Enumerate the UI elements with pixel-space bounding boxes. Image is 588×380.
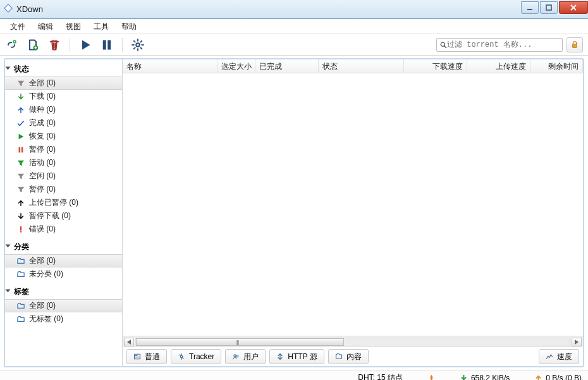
sidebar-status-item-label: 做种 (0): [29, 104, 56, 115]
svg-rect-12: [19, 147, 21, 152]
start-button[interactable]: [79, 39, 92, 51]
bang-icon: [16, 225, 25, 234]
add-link-button[interactable]: [5, 39, 18, 51]
svg-point-14: [20, 231, 21, 232]
detail-tab-bar: 普通 Tracker 用户 HTTP 源 内容 速度: [123, 347, 583, 366]
menu-tools[interactable]: 工具: [87, 19, 115, 34]
sidebar-tags-header[interactable]: 标签: [5, 285, 122, 299]
sidebar-status-item[interactable]: 错误 (0): [5, 223, 122, 236]
titlebar-left: XDown: [4, 4, 43, 15]
pause-button[interactable]: [101, 39, 113, 51]
sidebar-status-item[interactable]: 全部 (0): [5, 77, 122, 90]
sidebar-tags-item[interactable]: 无标签 (0): [5, 312, 122, 326]
detail-tab-peers[interactable]: 用户: [225, 349, 266, 364]
svg-rect-10: [573, 44, 577, 47]
delete-button[interactable]: [48, 39, 61, 51]
folder-icon: [16, 270, 25, 279]
play-icon: [16, 132, 25, 141]
svg-point-20: [236, 355, 238, 357]
detail-tab-general[interactable]: 普通: [126, 349, 167, 364]
detail-tab-content-label: 内容: [346, 352, 362, 362]
sidebar: 状态 全部 (0)下载 (0)做种 (0)完成 (0)恢复 (0)暂停 (0)活…: [5, 59, 123, 366]
sidebar-status-item[interactable]: 恢复 (0): [5, 130, 122, 143]
sidebar-tags-item-label: 全部 (0): [29, 300, 56, 311]
menu-view[interactable]: 视图: [59, 19, 87, 34]
col-dlspeed[interactable]: 下载速度: [404, 59, 467, 73]
funnel-icon: [16, 159, 25, 168]
menu-edit[interactable]: 编辑: [32, 19, 59, 34]
sidebar-status-item[interactable]: 做种 (0): [5, 103, 122, 116]
folder-icon: [16, 257, 25, 266]
detail-tab-peers-label: 用户: [243, 352, 259, 362]
menu-help[interactable]: 帮助: [115, 19, 143, 34]
detail-tab-http[interactable]: HTTP 源: [269, 349, 324, 364]
funnel-icon: [16, 172, 25, 181]
horizontal-scrollbar[interactable]: [123, 336, 583, 347]
search-input[interactable]: [447, 40, 560, 49]
svg-marker-16: [575, 340, 579, 345]
content-area: 状态 全部 (0)下载 (0)做种 (0)完成 (0)恢复 (0)暂停 (0)活…: [4, 58, 584, 367]
sidebar-tags-item[interactable]: 全部 (0): [5, 299, 122, 312]
scroll-thumb[interactable]: [136, 338, 344, 346]
sidebar-status-item-label: 上传已暂停 (0): [29, 197, 78, 208]
window-close-button[interactable]: [559, 1, 588, 14]
col-name[interactable]: 名称: [123, 59, 217, 73]
window-minimize-button[interactable]: [521, 1, 539, 14]
table-body[interactable]: [123, 73, 583, 336]
svg-marker-5: [82, 40, 90, 49]
detail-tab-speed[interactable]: 速度: [539, 349, 579, 364]
col-done[interactable]: 已完成: [255, 59, 319, 73]
funnel-icon: [16, 79, 25, 88]
sidebar-status-item-label: 全部 (0): [29, 78, 56, 89]
sidebar-status-item[interactable]: 空闲 (0): [5, 169, 122, 183]
sidebar-status-item-label: 恢复 (0): [29, 131, 56, 142]
sidebar-status-item[interactable]: 下载 (0): [5, 90, 122, 103]
sidebar-status-item[interactable]: 暂停下载 (0): [5, 209, 122, 223]
sidebar-category-item-label: 未分类 (0): [29, 269, 63, 279]
detail-tab-content[interactable]: 内容: [328, 349, 369, 364]
sidebar-status-item[interactable]: 暂停 (0): [5, 183, 122, 196]
detail-tab-tracker[interactable]: Tracker: [171, 349, 221, 364]
col-upspeed[interactable]: 上传速度: [467, 59, 530, 73]
statusbar: DHT: 15 结点 658.2 KiB/s 0 B/s (0 B): [0, 370, 588, 380]
col-size[interactable]: 选定大小: [217, 59, 255, 73]
sidebar-status-item[interactable]: 暂停 (0): [5, 143, 122, 156]
scroll-right-button[interactable]: [572, 338, 582, 346]
svg-marker-11: [19, 133, 24, 139]
folder-icon: [16, 315, 25, 324]
add-torrent-button[interactable]: [27, 39, 39, 51]
window-title: XDown: [16, 4, 43, 14]
sidebar-category-header[interactable]: 分类: [5, 240, 122, 254]
sidebar-tags-item-label: 无标签 (0): [29, 314, 63, 324]
sidebar-status-item-label: 暂停 (0): [29, 144, 56, 155]
svg-rect-2: [546, 5, 551, 10]
sidebar-status-item-label: 下载 (0): [29, 91, 56, 102]
status-download: 658.2 KiB/s: [460, 374, 510, 381]
arrow-up-icon: [16, 199, 25, 207]
svg-rect-7: [107, 40, 111, 49]
col-eta[interactable]: 剩余时间: [530, 59, 583, 73]
sidebar-status-item-label: 暂停下载 (0): [29, 211, 71, 221]
settings-button[interactable]: [132, 39, 144, 51]
arrow-up-icon: [16, 106, 25, 114]
sidebar-category-item[interactable]: 全部 (0): [5, 254, 122, 267]
scroll-left-button[interactable]: [124, 338, 134, 346]
table-header: 名称 选定大小 已完成 状态 下载速度 上传速度 剩余时间: [123, 59, 583, 73]
scroll-track[interactable]: [135, 338, 570, 346]
sidebar-category-item-label: 全部 (0): [29, 255, 56, 266]
sidebar-category-item[interactable]: 未分类 (0): [5, 267, 122, 281]
menu-file[interactable]: 文件: [4, 19, 32, 34]
svg-point-8: [136, 43, 140, 47]
sidebar-status-item[interactable]: 上传已暂停 (0): [5, 196, 122, 209]
sidebar-status-item[interactable]: 活动 (0): [5, 156, 122, 169]
status-firewall-icon: [428, 374, 435, 380]
check-icon: [16, 119, 25, 128]
sidebar-status-item[interactable]: 完成 (0): [5, 116, 122, 130]
window-maximize-button[interactable]: [540, 1, 558, 14]
status-download-text: 658.2 KiB/s: [471, 374, 510, 381]
search-box[interactable]: [436, 38, 563, 52]
lock-button[interactable]: [567, 37, 583, 52]
sidebar-status-header[interactable]: 状态: [5, 62, 122, 77]
col-status[interactable]: 状态: [319, 59, 404, 73]
toolbar: [0, 34, 588, 56]
